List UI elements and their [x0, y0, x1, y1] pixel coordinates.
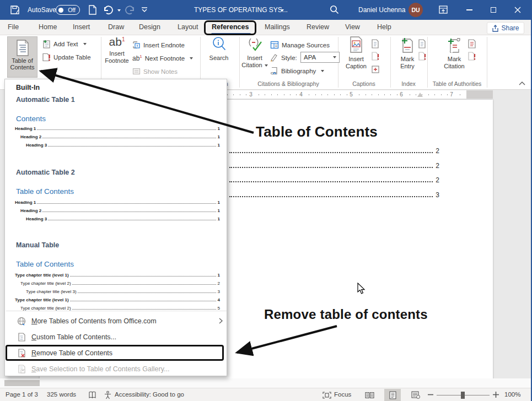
word-window: AutoSave Off TYPES OF OPERATING SYS... D… — [0, 0, 532, 401]
add-text-label: Add Text — [53, 41, 78, 47]
next-footnote-label: Next Footnote — [145, 55, 185, 62]
menu-item-custom-toc[interactable]: Custom Table of Contents... — [5, 329, 228, 345]
preview-entry[interactable]: Type chapter title (level 1)4 — [15, 296, 220, 302]
search-button[interactable]: Search — [203, 36, 235, 62]
tab-draw[interactable]: Draw — [108, 23, 124, 31]
menu-item-label: Custom Table of Contents... — [31, 333, 116, 341]
user-name[interactable]: Daniel Uchenna — [358, 6, 405, 14]
accessibility-status[interactable]: Accessibility: Good to go — [115, 391, 184, 398]
tab-mailings[interactable]: Mailings — [265, 23, 290, 31]
preview-entry[interactable]: Type chapter title (level 2)5 — [20, 304, 220, 311]
tab-home[interactable]: Home — [39, 23, 57, 31]
doc-toc-row[interactable]: 3 — [229, 190, 439, 199]
undo-icon[interactable] — [103, 5, 114, 15]
annotation-label-remove: Remove table of contents — [264, 307, 428, 322]
preview-entry[interactable]: Type chapter title (level 3)3 — [26, 288, 220, 294]
update-table-of-authorities-icon[interactable] — [467, 52, 476, 61]
new-document-icon[interactable] — [89, 5, 96, 15]
proofing-icon[interactable] — [88, 391, 96, 399]
table-of-contents-button[interactable]: Table of Contents — [7, 36, 37, 78]
dotted-leader — [229, 152, 433, 153]
minimize-button[interactable] — [462, 3, 476, 17]
next-footnote-button[interactable]: ab1 Next Footnote — [132, 54, 193, 62]
title-bar: AutoSave Off TYPES OF OPERATING SYS... D… — [0, 0, 532, 20]
doc-toc-row[interactable]: 2 — [229, 175, 439, 184]
save-icon[interactable] — [10, 5, 20, 15]
update-index-icon[interactable] — [418, 52, 426, 61]
print-layout-button[interactable] — [384, 389, 401, 401]
preview-entry[interactable]: Heading 31 — [26, 215, 220, 221]
share-button[interactable]: Share — [487, 22, 524, 34]
style-dropdown-icon — [333, 56, 336, 58]
undo-dropdown-icon[interactable] — [117, 9, 121, 12]
menu-header-built-in: Built-In — [16, 84, 40, 91]
zoom-level[interactable]: 100% — [504, 391, 520, 398]
tab-file[interactable]: File — [8, 23, 19, 31]
toc-button-label-line2: Contents — [8, 64, 37, 71]
menu-item-more-tables[interactable]: More Tables of Contents from Office.com — [5, 313, 228, 329]
cross-reference-icon[interactable] — [371, 65, 380, 74]
preview-entry[interactable]: Heading 21 — [20, 207, 220, 213]
doc-toc-row[interactable]: 2 — [229, 161, 439, 170]
insert-table-of-authorities-icon[interactable] — [467, 39, 476, 48]
read-mode-button[interactable] — [361, 389, 378, 401]
preview-entry[interactable]: Heading 11 — [15, 124, 220, 131]
zoom-slider-thumb[interactable] — [461, 392, 465, 399]
mark-entry-label-line2: Entry — [391, 63, 423, 70]
ribbon-display-options-icon[interactable] — [439, 6, 448, 14]
focus-button[interactable]: Focus — [334, 391, 351, 398]
zoom-in-icon[interactable] — [493, 392, 499, 398]
collapse-ribbon-icon[interactable] — [519, 82, 525, 85]
insert-caption-label-line1: Insert — [340, 56, 372, 63]
doc-toc-row[interactable]: 2 — [229, 146, 439, 155]
document-title[interactable]: TYPES OF OPERATING SYS... — [194, 6, 288, 14]
insert-caption-button[interactable]: Insert Caption — [340, 36, 372, 70]
customize-quick-access-icon[interactable] — [141, 7, 148, 13]
insert-index-icon[interactable] — [418, 39, 426, 48]
globe-icon — [17, 317, 26, 326]
zoom-out-icon[interactable] — [428, 394, 433, 395]
indent-marker[interactable] — [417, 93, 423, 97]
update-table-button[interactable]: Update Table — [42, 53, 91, 62]
preview-entry[interactable]: Type chapter title (level 2)2 — [20, 279, 220, 286]
tab-view[interactable]: View — [345, 23, 360, 31]
preview-entry[interactable]: Heading 31 — [26, 141, 220, 148]
mark-citation-button[interactable]: Mark Citation — [438, 36, 470, 70]
style-brush-icon — [270, 53, 278, 62]
web-layout-button[interactable] — [407, 389, 424, 401]
tab-layout[interactable]: Layout — [178, 23, 198, 31]
word-count[interactable]: 325 words — [47, 391, 76, 398]
tab-insert[interactable]: Insert — [73, 23, 90, 31]
ruler-mark: 3 — [247, 90, 255, 99]
avatar[interactable]: DU — [409, 3, 423, 17]
citation-style-select[interactable]: APA — [300, 52, 340, 63]
tab-design[interactable]: Design — [139, 23, 160, 31]
add-text-button[interactable]: Add Text — [42, 40, 87, 48]
page-indicator[interactable]: Page 1 of 3 — [6, 391, 38, 398]
title-dropdown-icon[interactable] — [281, 9, 284, 12]
print-layout-icon — [389, 391, 396, 399]
bibliography-button[interactable]: Bibliography — [270, 67, 324, 75]
preview-entry[interactable]: Type chapter title (level 1)1 — [15, 271, 220, 278]
gallery-preview-title: Table of Contents — [16, 260, 74, 268]
preview-entry[interactable]: Heading 11 — [15, 198, 220, 205]
insert-endnote-button[interactable]: Insert Endnote — [132, 41, 185, 49]
tab-review[interactable]: Review — [307, 23, 329, 31]
maximize-button[interactable] — [486, 3, 501, 17]
horizontal-scrollbar[interactable] — [0, 378, 531, 388]
update-table-of-figures-icon[interactable] — [371, 52, 379, 61]
close-button[interactable] — [510, 3, 525, 17]
preview-entry[interactable]: Heading 21 — [20, 133, 220, 139]
annotation-label-toc: Table of Contents — [256, 123, 378, 140]
redo-icon — [125, 5, 136, 15]
horizontal-scrollbar-thumb[interactable] — [4, 380, 40, 386]
tab-help[interactable]: Help — [377, 23, 391, 31]
read-mode-icon — [365, 392, 374, 399]
insert-citation-button[interactable]: Insert Citation — [239, 36, 271, 69]
insert-table-of-figures-icon[interactable] — [371, 39, 379, 48]
search-icon[interactable] — [330, 5, 339, 14]
accessibility-icon[interactable] — [104, 391, 112, 399]
insert-footnote-button[interactable]: ab1 Insert Footnote — [101, 35, 133, 64]
manage-sources-button[interactable]: Manage Sources — [270, 41, 330, 49]
autosave-toggle[interactable]: Off — [56, 5, 80, 15]
